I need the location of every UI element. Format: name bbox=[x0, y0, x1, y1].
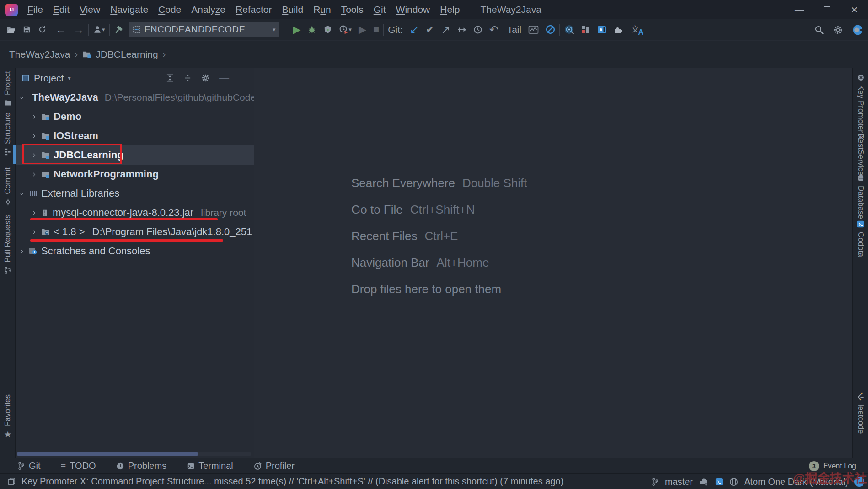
save-all-button[interactable] bbox=[22, 25, 31, 34]
tool-stripe-project[interactable]: Project bbox=[0, 71, 16, 107]
chevron-collapsed-icon[interactable] bbox=[31, 133, 37, 139]
minimize-button[interactable]: — bbox=[786, 0, 813, 19]
menu-run[interactable]: Run bbox=[308, 0, 336, 19]
run-configuration-select[interactable]: ENCODEANDDECODE ▾ bbox=[129, 22, 279, 37]
menu-help[interactable]: Help bbox=[435, 0, 465, 19]
tool-stripe-database[interactable]: Database bbox=[853, 174, 868, 219]
menu-view[interactable]: View bbox=[75, 0, 105, 19]
tool-stripe-leetcode[interactable]: leetcode bbox=[853, 392, 868, 434]
chevron-down-icon: ▾ bbox=[348, 27, 352, 32]
window-tool-button[interactable] bbox=[597, 25, 606, 34]
shield-icon bbox=[323, 25, 332, 34]
profiler-button[interactable]: ▾ bbox=[339, 25, 352, 34]
horizontal-scrollbar-track[interactable] bbox=[17, 452, 251, 456]
tool-stripe-favorites[interactable]: Favorites ★ bbox=[0, 394, 16, 439]
tree-item-jdk[interactable]: < 1.8 > D:\Program Files\Java\jdk1.8.0_2… bbox=[16, 222, 254, 242]
cherry-pick-button[interactable] bbox=[457, 25, 466, 34]
tail-chart-button[interactable] bbox=[528, 25, 539, 34]
search-everywhere-button[interactable] bbox=[814, 25, 824, 35]
tool-stripe-commit[interactable]: Commit bbox=[0, 167, 16, 206]
rollback-button[interactable]: ↶ bbox=[489, 24, 498, 35]
run-icon: ▶ bbox=[359, 25, 366, 35]
intellij-logo-icon: IJ bbox=[5, 4, 18, 16]
tool-stripe-key-promoter[interactable]: Key Promoter X bbox=[853, 74, 868, 140]
hide-panel-button[interactable]: — bbox=[219, 73, 229, 83]
collapse-all-icon bbox=[183, 74, 192, 82]
git-push-button[interactable]: ↗ bbox=[441, 24, 450, 35]
tree-item-demo[interactable]: Demo bbox=[16, 107, 254, 126]
build-button[interactable] bbox=[114, 25, 123, 34]
tree-item-scratches[interactable]: Scratches and Consoles bbox=[16, 242, 254, 261]
collapse-all-button[interactable] bbox=[183, 74, 192, 82]
breadcrumb-separator: › bbox=[163, 49, 166, 59]
git-update-button[interactable]: ↙ bbox=[410, 24, 419, 35]
chevron-collapsed-icon[interactable] bbox=[31, 229, 37, 235]
git-branch-widget[interactable]: master bbox=[665, 477, 693, 487]
tool-button-todo[interactable]: ≡ TODO bbox=[61, 461, 96, 471]
status-message[interactable]: Key Promoter X: Command Project Structur… bbox=[21, 476, 563, 487]
menu-refactor[interactable]: Refactor bbox=[230, 0, 277, 19]
translate-latin-icon: A bbox=[638, 28, 644, 37]
tree-item-theway2java[interactable]: TheWay2Java D:\PersonalFiles\github\gith… bbox=[16, 88, 254, 107]
tool-button-terminal[interactable]: Terminal bbox=[187, 461, 233, 471]
cloud-sync-icon[interactable] bbox=[699, 477, 709, 486]
expand-all-button[interactable] bbox=[166, 74, 174, 82]
project-panel-title[interactable]: Project bbox=[34, 73, 64, 84]
tool-button-problems[interactable]: Problems bbox=[116, 461, 166, 471]
restore-tool-windows-icon[interactable] bbox=[7, 477, 16, 486]
stop-button[interactable]: ■ bbox=[373, 25, 379, 35]
codota-search-button[interactable] bbox=[564, 24, 574, 35]
breadcrumb-current[interactable]: JDBCLearning bbox=[96, 49, 158, 60]
tool-stripe-codota[interactable]: Codota bbox=[853, 220, 868, 257]
tree-item-external-libraries[interactable]: External Libraries bbox=[16, 184, 254, 203]
sync-button[interactable] bbox=[38, 25, 47, 34]
menu-build[interactable]: Build bbox=[277, 0, 308, 19]
tool-button-git[interactable]: Git bbox=[17, 461, 41, 471]
menu-navigate[interactable]: Navigate bbox=[105, 0, 153, 19]
horizontal-scrollbar-thumb[interactable] bbox=[17, 452, 198, 456]
tool-stripe-pull-requests[interactable]: Pull Requests bbox=[0, 215, 16, 274]
codota-icon[interactable] bbox=[715, 478, 723, 486]
chevron-collapsed-icon[interactable] bbox=[31, 210, 37, 216]
menu-file[interactable]: File bbox=[22, 0, 48, 19]
database-status-icon[interactable] bbox=[729, 478, 738, 486]
tool-button-profiler[interactable]: Profiler bbox=[253, 461, 295, 471]
maximize-icon bbox=[824, 6, 830, 13]
chevron-expanded-icon[interactable] bbox=[19, 191, 25, 197]
chevron-collapsed-icon[interactable] bbox=[19, 248, 25, 254]
menu-analyze[interactable]: Analyze bbox=[186, 0, 230, 19]
history-button[interactable] bbox=[473, 25, 482, 34]
tree-item-iostream[interactable]: IOStream bbox=[16, 126, 254, 145]
menu-git[interactable]: Git bbox=[369, 0, 391, 19]
menu-code[interactable]: Code bbox=[153, 0, 186, 19]
breadcrumb-root[interactable]: TheWay2Java bbox=[9, 49, 70, 60]
menu-tools[interactable]: Tools bbox=[336, 0, 369, 19]
tree-item-networkprogramming[interactable]: NetworkProgramming bbox=[16, 165, 254, 184]
tail-disable-button[interactable] bbox=[546, 25, 555, 34]
run-disabled-button[interactable]: ▶ bbox=[359, 25, 366, 35]
run-button[interactable]: ▶ bbox=[293, 25, 301, 35]
back-button[interactable]: ← bbox=[55, 24, 66, 35]
chevron-collapsed-icon[interactable] bbox=[31, 114, 37, 120]
chevron-expanded-icon[interactable] bbox=[19, 95, 25, 101]
open-button[interactable] bbox=[6, 25, 16, 34]
git-branch-icon bbox=[17, 462, 25, 470]
git-commit-button[interactable]: ✔ bbox=[426, 25, 434, 35]
color-blocks-button[interactable] bbox=[581, 25, 590, 34]
translate-button[interactable]: 文 A bbox=[631, 24, 643, 36]
coverage-button[interactable] bbox=[323, 25, 332, 34]
ide-features-trainer-button[interactable] bbox=[852, 25, 863, 35]
maximize-button[interactable] bbox=[813, 0, 841, 19]
close-button[interactable]: × bbox=[841, 0, 868, 19]
tool-stripe-restservices[interactable]: RestServices bbox=[853, 134, 868, 179]
chevron-down-icon[interactable]: ▾ bbox=[68, 75, 71, 81]
settings-button[interactable] bbox=[833, 25, 843, 35]
chevron-collapsed-icon[interactable] bbox=[31, 172, 37, 177]
panel-settings-button[interactable] bbox=[201, 74, 210, 82]
forward-button[interactable]: → bbox=[73, 24, 84, 35]
user-profile-button[interactable]: ▾ bbox=[93, 25, 105, 34]
plugin-button[interactable] bbox=[613, 25, 622, 34]
menu-window[interactable]: Window bbox=[391, 0, 435, 19]
menu-edit[interactable]: Edit bbox=[48, 0, 75, 19]
debug-button[interactable] bbox=[307, 25, 316, 34]
